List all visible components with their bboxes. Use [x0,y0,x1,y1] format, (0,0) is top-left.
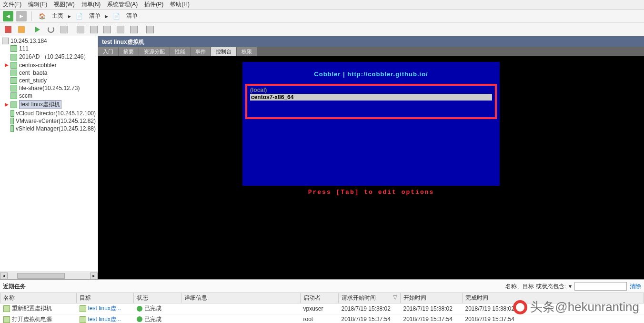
indicator-arrow-icon [2,103,9,107]
tab-控制台[interactable]: 控制台 [211,47,236,56]
vm-icon [80,305,86,312]
tree-item-label: 2016AD （10.245.12.246） [19,53,89,61]
vm-icon [10,101,17,108]
task-icon [3,305,10,312]
tool-icon-7[interactable] [145,24,155,35]
status-ok-icon: 已完成 [137,315,161,323]
tree-item[interactable]: sccm [1,92,97,100]
tab-资源分配[interactable]: 资源分配 [139,47,170,56]
menu-view[interactable]: 视图(W) [54,0,74,9]
main-area: 10.245.13.184 1112016AD （10.245.12.246）c… [0,36,644,279]
tool-icon-4[interactable] [102,24,112,35]
col-complete[interactable]: 完成时间 [463,293,644,303]
console-view[interactable]: Cobbler | http://cobbler.github.io/ (loc… [98,56,644,279]
home-icon[interactable]: 🏠 [37,11,47,21]
action-toolbar [0,23,644,36]
col-initiator[interactable]: 启动者 [301,293,339,303]
tab-权限[interactable]: 权限 [237,47,257,56]
cobbler-title: Cobbler | http://cobbler.github.io/ [242,71,500,78]
inventory-label-1[interactable]: 清单 [89,12,101,20]
play-button[interactable] [32,24,43,35]
menu-file[interactable]: 文件(F) [3,0,21,9]
stop-button[interactable] [3,24,13,35]
breadcrumb-arrow-icon: ▸ [68,13,71,20]
vm-icon [10,118,14,124]
menu-plugins[interactable]: 插件(P) [144,0,163,9]
scroll-track[interactable] [8,273,90,279]
menu-help[interactable]: 帮助(H) [170,0,190,9]
inventory-icon-2[interactable]: 📄 [111,11,121,21]
refresh-button[interactable] [46,24,56,35]
sidebar-scrollbar[interactable]: ◄ ► [0,272,98,279]
vm-icon [10,125,14,132]
tool-icon-5[interactable] [115,24,126,35]
tab-性能[interactable]: 性能 [170,47,190,56]
boot-menu-highlight: (local) centos7-x86_64 [245,84,497,119]
task-icon [3,316,10,323]
tree-item-label: test linux虚拟机 [19,100,61,109]
filter-dropdown-icon[interactable]: ▾ [569,283,572,290]
indicator-arrow-icon [2,63,9,67]
menu-edit[interactable]: 编辑(E) [28,0,47,9]
pause-button[interactable] [16,24,27,35]
tab-入门[interactable]: 入门 [98,47,118,56]
tree-item[interactable]: 111 [1,45,97,52]
boot-hint: Press [Tab] to edit options [98,189,644,196]
tree-item[interactable]: vShield Manager(10.245.12.88) [1,125,97,132]
col-name[interactable]: 名称 [0,293,77,303]
tab-摘要[interactable]: 摘要 [119,47,139,56]
scroll-thumb[interactable] [17,273,65,279]
tree-item-label: centos-cobbler [19,62,57,69]
sidebar: 10.245.13.184 1112016AD （10.245.12.246）c… [0,36,98,279]
filter-input[interactable] [574,282,627,291]
tree-item[interactable]: file-share(10.245.12.73) [1,84,97,92]
tree-item-label: 111 [19,45,29,52]
tool-icon-3[interactable] [89,24,99,35]
breadcrumb-arrow-icon: ▸ [105,13,108,20]
tree-item[interactable]: centos-cobbler [1,61,97,69]
boot-option-local[interactable]: (local) [250,87,492,93]
menu-admin[interactable]: 系统管理(A) [107,0,138,9]
boot-screen: Cobbler | http://cobbler.github.io/ (loc… [242,62,500,186]
scroll-right-icon[interactable]: ► [90,273,98,279]
nav-forward-button[interactable]: ► [16,11,27,21]
menu-inventory[interactable]: 清单(N) [81,0,101,9]
filter-clear-link[interactable]: 清除 [630,283,641,291]
col-detail[interactable]: 详细信息 [181,293,301,303]
col-req-start[interactable]: 请求开始时间 ▽ [339,293,401,303]
tree-item-label: cent_study [19,77,47,84]
tasks-header: 近期任务 名称、目标 或状态包含: ▾ 清除 [0,279,644,293]
tasks-title: 近期任务 [3,283,26,291]
vm-icon [10,62,17,69]
inventory-label-2[interactable]: 清单 [126,12,138,20]
table-row[interactable]: 重新配置虚拟机test linux虚...已完成vpxuser2018/7/19… [0,303,644,314]
tree-root-label: 10.245.13.184 [10,38,47,44]
tree-item[interactable]: cent_study [1,77,97,84]
tree-item[interactable]: vCloud Director(10.245.12.100) [1,110,97,117]
home-label[interactable]: 主页 [52,12,63,20]
tool-icon-2[interactable] [75,24,86,35]
inventory-icon[interactable]: 📄 [74,11,84,21]
nav-back-button[interactable]: ◄ [3,11,13,21]
tab-事件[interactable]: 事件 [191,47,211,56]
vm-icon [10,92,17,99]
boot-option-selected[interactable]: centos7-x86_64 [250,94,492,101]
table-row[interactable]: 打开虚拟机电源test linux虚...已完成root2018/7/19 15… [0,314,644,323]
tree-item[interactable]: VMware-vCenter(10.245.12.82) [1,117,97,125]
vm-icon [80,316,86,323]
tree-root[interactable]: 10.245.13.184 [1,37,97,45]
vm-icon [10,54,17,61]
tree-item-label: VMware-vCenter(10.245.12.82) [16,118,96,124]
col-start[interactable]: 开始时间 [401,293,463,303]
col-target[interactable]: 目标 [77,293,134,303]
tool-icon-6[interactable] [129,24,139,35]
col-status[interactable]: 状态 [134,293,181,303]
status-ok-icon: 已完成 [137,304,161,313]
tree-item-label: vCloud Director(10.245.12.100) [16,110,96,117]
tree-item[interactable]: 2016AD （10.245.12.246） [1,52,97,61]
tree-item[interactable]: cent_baota [1,69,97,77]
scroll-left-icon[interactable]: ◄ [0,273,8,279]
tool-icon-1[interactable] [59,24,70,35]
vm-icon [10,77,17,84]
tree-item[interactable]: test linux虚拟机 [1,100,97,110]
